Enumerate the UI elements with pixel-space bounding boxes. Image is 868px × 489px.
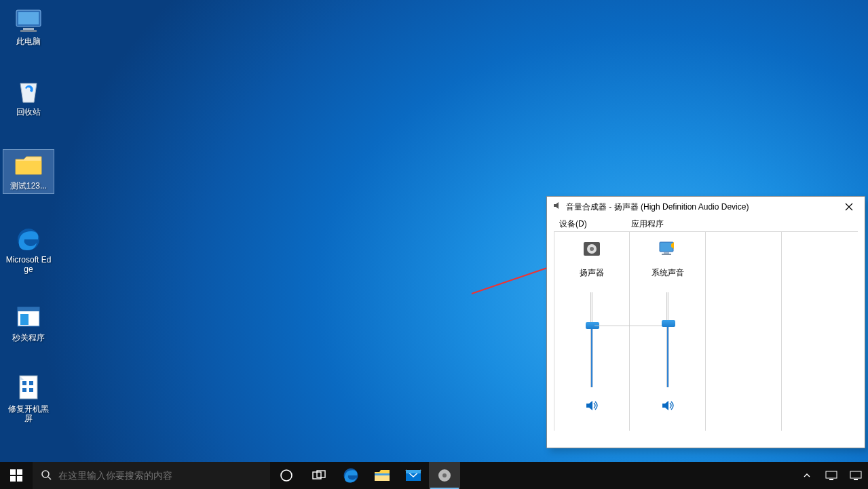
desktop-icon-this-pc[interactable]: 此电脑 <box>3 5 54 49</box>
mixer-column-device-speaker: 扬声器 <box>554 231 630 431</box>
speaker-device-icon[interactable] <box>581 239 603 259</box>
pc-icon <box>12 7 45 35</box>
device-header: 设备(D) <box>559 218 631 230</box>
svg-rect-1 <box>18 12 39 24</box>
svg-rect-32 <box>406 470 421 473</box>
svg-rect-20 <box>10 469 16 475</box>
svg-rect-8 <box>22 381 26 385</box>
search-icon <box>41 469 52 482</box>
svg-point-26 <box>281 470 292 481</box>
taskbar-app-volume-mixer[interactable] <box>429 462 460 489</box>
desktop-icon-shutdown-program[interactable]: 秒关程序 <box>3 302 54 345</box>
svg-rect-21 <box>17 469 22 475</box>
titlebar[interactable]: 音量合成器 - 扬声器 (High Definition Audio Devic… <box>547 197 865 217</box>
app-header: 应用程序 <box>631 218 664 230</box>
svg-rect-10 <box>22 388 26 392</box>
mixer-column-empty <box>706 231 782 431</box>
mixer-column-empty <box>782 231 858 431</box>
recycle-bin-icon <box>12 77 45 106</box>
repair-icon <box>12 374 45 403</box>
svg-rect-18 <box>664 252 669 254</box>
tray-display-icon[interactable] <box>819 462 844 489</box>
mixer-column-system-sounds: 系统声音 <box>630 231 706 431</box>
svg-rect-11 <box>29 388 33 392</box>
cortana-button[interactable] <box>270 462 303 489</box>
desktop-icon-test-folder[interactable]: 测试123... <box>3 150 54 193</box>
program-icon <box>12 303 45 332</box>
svg-point-16 <box>590 247 594 251</box>
taskbar <box>0 462 868 489</box>
window-title: 音量合成器 - 扬声器 (High Definition Audio Devic… <box>566 201 829 213</box>
desktop-icon-repair-boot[interactable]: 修复开机黑屏 <box>3 373 54 426</box>
svg-line-25 <box>48 477 51 480</box>
mixer-column-label: 扬声器 <box>580 267 604 279</box>
svg-rect-5 <box>18 307 39 311</box>
desktop-icon-label: 此电脑 <box>3 37 54 49</box>
mute-button[interactable] <box>661 399 675 414</box>
taskbar-app-explorer[interactable] <box>366 462 398 489</box>
svg-rect-6 <box>20 314 29 325</box>
svg-point-34 <box>442 473 447 477</box>
desktop-icon-label: 测试123... <box>3 181 54 193</box>
volume-slider[interactable] <box>590 292 593 387</box>
mixer-body: 扬声器 系统声音 <box>547 230 865 439</box>
desktop-icon-label: 秒关程序 <box>3 333 54 345</box>
desktop-icon-label: 回收站 <box>3 107 54 119</box>
speaker-icon <box>552 201 562 213</box>
volume-slider[interactable] <box>666 292 669 387</box>
volume-mixer-window: 音量合成器 - 扬声器 (High Definition Audio Devic… <box>546 196 865 448</box>
tray-overflow[interactable] <box>795 462 819 489</box>
start-button[interactable] <box>0 462 33 489</box>
svg-rect-3 <box>20 30 37 32</box>
desktop-icon-label: Microsoft Edge <box>3 255 54 277</box>
svg-rect-2 <box>23 28 34 30</box>
svg-rect-9 <box>29 381 33 385</box>
taskbar-app-mail[interactable] <box>398 462 429 489</box>
svg-rect-30 <box>375 473 390 475</box>
taskbar-app-edge[interactable] <box>335 462 366 489</box>
svg-rect-19 <box>662 254 671 255</box>
desktop-icon-recycle-bin[interactable]: 回收站 <box>3 76 54 119</box>
edge-icon <box>12 225 45 254</box>
mute-button[interactable] <box>585 399 599 414</box>
desktop-icon-label: 修复开机黑屏 <box>3 404 54 426</box>
taskbar-search[interactable] <box>33 462 270 489</box>
tray-display-icon[interactable] <box>844 462 868 489</box>
folder-icon <box>12 151 45 180</box>
system-tray <box>795 462 868 489</box>
svg-rect-22 <box>10 476 16 482</box>
desktop-icon-edge[interactable]: Microsoft Edge <box>3 224 54 277</box>
close-button[interactable] <box>833 197 865 217</box>
system-sounds-icon[interactable] <box>657 239 679 259</box>
svg-point-24 <box>42 471 49 477</box>
svg-rect-38 <box>854 479 858 480</box>
search-input[interactable] <box>58 470 270 481</box>
task-view-button[interactable] <box>303 462 335 489</box>
mixer-section-headers: 设备(D) 应用程序 <box>547 217 865 230</box>
mixer-column-label: 系统声音 <box>652 267 684 279</box>
svg-rect-37 <box>850 471 861 478</box>
svg-rect-23 <box>17 476 22 482</box>
svg-rect-35 <box>826 471 837 478</box>
svg-rect-36 <box>829 479 833 480</box>
